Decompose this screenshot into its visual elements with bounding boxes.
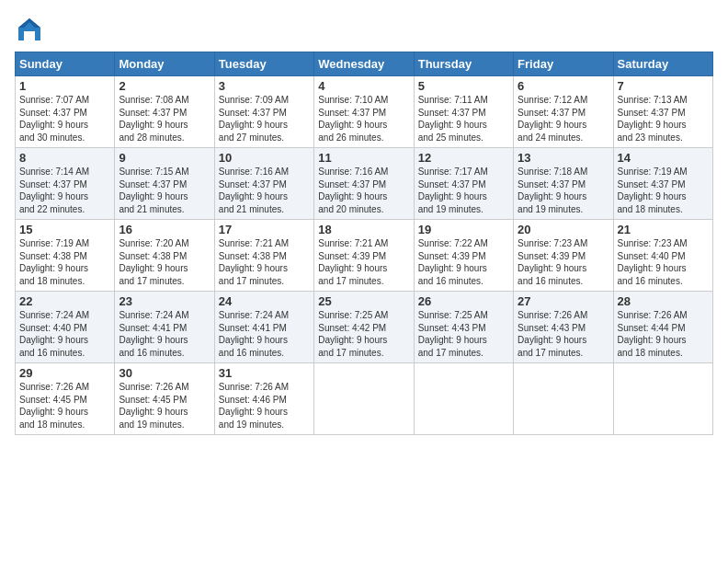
day-number: 12 — [418, 151, 509, 165]
logo — [15, 15, 48, 44]
day-number: 19 — [418, 223, 509, 236]
logo-icon — [15, 15, 44, 44]
cell-details: Sunrise: 7:08 AM Sunset: 4:37 PM Dayligh… — [119, 94, 210, 144]
calendar-week-row: 22Sunrise: 7:24 AM Sunset: 4:40 PM Dayli… — [16, 292, 713, 363]
day-number: 31 — [219, 366, 310, 380]
calendar-cell: 28Sunrise: 7:26 AM Sunset: 4:44 PM Dayli… — [613, 292, 712, 363]
calendar-cell: 7Sunrise: 7:13 AM Sunset: 4:37 PM Daylig… — [613, 76, 712, 148]
calendar-cell: 21Sunrise: 7:23 AM Sunset: 4:40 PM Dayli… — [613, 220, 712, 292]
calendar-cell — [314, 363, 414, 435]
calendar-cell: 25Sunrise: 7:25 AM Sunset: 4:42 PM Dayli… — [314, 292, 414, 363]
cell-details: Sunrise: 7:15 AM Sunset: 4:37 PM Dayligh… — [119, 166, 210, 215]
calendar-header-monday: Monday — [115, 52, 214, 76]
cell-details: Sunrise: 7:14 AM Sunset: 4:37 PM Dayligh… — [19, 166, 110, 215]
cell-details: Sunrise: 7:26 AM Sunset: 4:45 PM Dayligh… — [19, 381, 110, 431]
day-number: 8 — [19, 151, 110, 165]
cell-details: Sunrise: 7:13 AM Sunset: 4:37 PM Dayligh… — [618, 94, 709, 144]
calendar-cell: 12Sunrise: 7:17 AM Sunset: 4:37 PM Dayli… — [414, 148, 513, 220]
calendar-cell: 18Sunrise: 7:21 AM Sunset: 4:39 PM Dayli… — [314, 220, 414, 292]
calendar-cell: 8Sunrise: 7:14 AM Sunset: 4:37 PM Daylig… — [16, 148, 115, 220]
calendar-week-row: 15Sunrise: 7:19 AM Sunset: 4:38 PM Dayli… — [16, 220, 713, 292]
day-number: 7 — [618, 79, 709, 93]
cell-details: Sunrise: 7:16 AM Sunset: 4:37 PM Dayligh… — [219, 166, 310, 215]
cell-details: Sunrise: 7:16 AM Sunset: 4:37 PM Dayligh… — [318, 166, 409, 215]
cell-details: Sunrise: 7:26 AM Sunset: 4:43 PM Dayligh… — [518, 309, 609, 359]
day-number: 18 — [318, 223, 409, 236]
cell-details: Sunrise: 7:26 AM Sunset: 4:44 PM Dayligh… — [618, 309, 709, 359]
cell-details: Sunrise: 7:20 AM Sunset: 4:38 PM Dayligh… — [119, 237, 210, 287]
calendar-cell: 10Sunrise: 7:16 AM Sunset: 4:37 PM Dayli… — [214, 148, 313, 220]
calendar-cell: 11Sunrise: 7:16 AM Sunset: 4:37 PM Dayli… — [314, 148, 414, 220]
calendar-cell: 19Sunrise: 7:22 AM Sunset: 4:39 PM Dayli… — [414, 220, 513, 292]
day-number: 13 — [518, 151, 609, 165]
day-number: 28 — [618, 294, 709, 308]
cell-details: Sunrise: 7:19 AM Sunset: 4:38 PM Dayligh… — [19, 237, 110, 287]
calendar-header-row: SundayMondayTuesdayWednesdayThursdayFrid… — [16, 52, 713, 76]
calendar-week-row: 8Sunrise: 7:14 AM Sunset: 4:37 PM Daylig… — [16, 148, 713, 220]
cell-details: Sunrise: 7:21 AM Sunset: 4:38 PM Dayligh… — [219, 237, 310, 287]
cell-details: Sunrise: 7:25 AM Sunset: 4:42 PM Dayligh… — [318, 309, 409, 359]
day-number: 26 — [418, 294, 509, 308]
calendar-container: SundayMondayTuesdayWednesdayThursdayFrid… — [0, 0, 728, 442]
cell-details: Sunrise: 7:19 AM Sunset: 4:37 PM Dayligh… — [618, 166, 709, 215]
calendar-cell: 20Sunrise: 7:23 AM Sunset: 4:39 PM Dayli… — [514, 220, 613, 292]
calendar-cell: 1Sunrise: 7:07 AM Sunset: 4:37 PM Daylig… — [16, 76, 115, 148]
cell-details: Sunrise: 7:18 AM Sunset: 4:37 PM Dayligh… — [518, 166, 609, 215]
day-number: 3 — [219, 79, 310, 93]
calendar-header-saturday: Saturday — [613, 52, 712, 76]
calendar-cell: 23Sunrise: 7:24 AM Sunset: 4:41 PM Dayli… — [115, 292, 214, 363]
calendar-cell: 9Sunrise: 7:15 AM Sunset: 4:37 PM Daylig… — [115, 148, 214, 220]
day-number: 20 — [518, 223, 609, 236]
day-number: 17 — [219, 223, 310, 236]
calendar-table: SundayMondayTuesdayWednesdayThursdayFrid… — [15, 52, 713, 435]
cell-details: Sunrise: 7:10 AM Sunset: 4:37 PM Dayligh… — [318, 94, 409, 144]
calendar-cell: 15Sunrise: 7:19 AM Sunset: 4:38 PM Dayli… — [16, 220, 115, 292]
day-number: 11 — [318, 151, 409, 165]
calendar-cell: 14Sunrise: 7:19 AM Sunset: 4:37 PM Dayli… — [613, 148, 712, 220]
cell-details: Sunrise: 7:09 AM Sunset: 4:37 PM Dayligh… — [219, 94, 310, 144]
calendar-header-sunday: Sunday — [16, 52, 115, 76]
calendar-cell: 2Sunrise: 7:08 AM Sunset: 4:37 PM Daylig… — [115, 76, 214, 148]
calendar-header-thursday: Thursday — [414, 52, 513, 76]
day-number: 21 — [618, 223, 709, 236]
cell-details: Sunrise: 7:26 AM Sunset: 4:45 PM Dayligh… — [119, 381, 210, 431]
day-number: 16 — [119, 223, 210, 236]
day-number: 6 — [518, 79, 609, 93]
cell-details: Sunrise: 7:22 AM Sunset: 4:39 PM Dayligh… — [418, 237, 509, 287]
cell-details: Sunrise: 7:23 AM Sunset: 4:39 PM Dayligh… — [518, 237, 609, 287]
day-number: 10 — [219, 151, 310, 165]
calendar-cell: 27Sunrise: 7:26 AM Sunset: 4:43 PM Dayli… — [514, 292, 613, 363]
day-number: 30 — [119, 366, 210, 380]
day-number: 14 — [618, 151, 709, 165]
cell-details: Sunrise: 7:07 AM Sunset: 4:37 PM Dayligh… — [19, 94, 110, 144]
day-number: 24 — [219, 294, 310, 308]
calendar-cell: 29Sunrise: 7:26 AM Sunset: 4:45 PM Dayli… — [16, 363, 115, 435]
calendar-cell — [414, 363, 513, 435]
cell-details: Sunrise: 7:24 AM Sunset: 4:41 PM Dayligh… — [219, 309, 310, 359]
calendar-cell: 16Sunrise: 7:20 AM Sunset: 4:38 PM Dayli… — [115, 220, 214, 292]
calendar-body: 1Sunrise: 7:07 AM Sunset: 4:37 PM Daylig… — [16, 76, 713, 435]
calendar-header-wednesday: Wednesday — [314, 52, 414, 76]
day-number: 9 — [119, 151, 210, 165]
day-number: 5 — [418, 79, 509, 93]
day-number: 2 — [119, 79, 210, 93]
cell-details: Sunrise: 7:12 AM Sunset: 4:37 PM Dayligh… — [518, 94, 609, 144]
calendar-cell — [514, 363, 613, 435]
calendar-cell: 17Sunrise: 7:21 AM Sunset: 4:38 PM Dayli… — [214, 220, 313, 292]
cell-details: Sunrise: 7:24 AM Sunset: 4:40 PM Dayligh… — [19, 309, 110, 359]
calendar-cell: 24Sunrise: 7:24 AM Sunset: 4:41 PM Dayli… — [214, 292, 313, 363]
calendar-header-friday: Friday — [514, 52, 613, 76]
calendar-cell: 22Sunrise: 7:24 AM Sunset: 4:40 PM Dayli… — [16, 292, 115, 363]
cell-details: Sunrise: 7:17 AM Sunset: 4:37 PM Dayligh… — [418, 166, 509, 215]
calendar-cell: 31Sunrise: 7:26 AM Sunset: 4:46 PM Dayli… — [214, 363, 313, 435]
cell-details: Sunrise: 7:24 AM Sunset: 4:41 PM Dayligh… — [119, 309, 210, 359]
calendar-cell — [613, 363, 712, 435]
calendar-cell: 6Sunrise: 7:12 AM Sunset: 4:37 PM Daylig… — [514, 76, 613, 148]
calendar-week-row: 29Sunrise: 7:26 AM Sunset: 4:45 PM Dayli… — [16, 363, 713, 435]
header — [15, 15, 713, 44]
calendar-week-row: 1Sunrise: 7:07 AM Sunset: 4:37 PM Daylig… — [16, 76, 713, 148]
day-number: 1 — [19, 79, 110, 93]
calendar-header-tuesday: Tuesday — [214, 52, 313, 76]
svg-rect-2 — [24, 31, 35, 40]
cell-details: Sunrise: 7:23 AM Sunset: 4:40 PM Dayligh… — [618, 237, 709, 287]
